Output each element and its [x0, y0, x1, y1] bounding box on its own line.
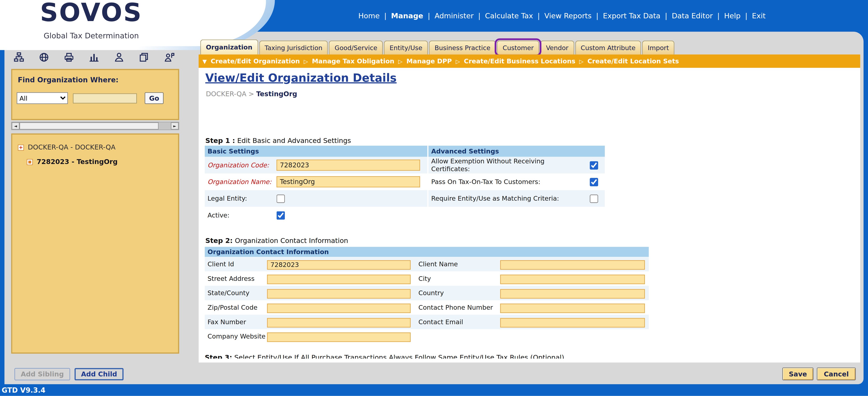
contact-phone-label: Contact Phone Number: [418, 304, 500, 311]
contact-row-zip-postal: Zip/Postal Code Contact Phone Number: [205, 300, 649, 315]
find-text-input[interactable]: [73, 93, 137, 103]
active-checkbox[interactable]: [277, 211, 285, 219]
add-sibling-button[interactable]: Add Sibling: [14, 368, 70, 380]
nav-view-reports[interactable]: View Reports: [545, 11, 592, 20]
tree-item-label[interactable]: DOCKER-QA - DOCKER-QA: [28, 143, 116, 151]
app-window: Home | Manage | Administer | Calculate T…: [0, 0, 868, 396]
add-child-button[interactable]: Add Child: [74, 368, 123, 380]
find-organization-label: Find Organization Where:: [18, 75, 119, 84]
printer-icon[interactable]: [62, 51, 75, 64]
nav-manage[interactable]: Manage: [391, 11, 423, 20]
advanced-settings-column: Advanced Settings Allow Exemption Withou…: [429, 146, 605, 224]
cancel-button[interactable]: Cancel: [817, 368, 856, 381]
nav-separator: |: [745, 11, 747, 20]
client-name-label: Client Name: [418, 260, 500, 268]
contact-row-fax: Fax Number Contact Email: [205, 315, 649, 329]
tab-vendor[interactable]: Vendor: [540, 41, 574, 55]
country-input[interactable]: [500, 289, 645, 299]
advanced-row-require-entity-use: Require Entity/Use as Matching Criteria:: [429, 190, 605, 207]
organization-name-input[interactable]: [277, 176, 420, 187]
pass-on-tax-label: Pass On Tax-On-Tax To Customers:: [429, 178, 583, 186]
fax-number-label: Fax Number: [205, 318, 267, 326]
sidebar-horizontal-scrollbar[interactable]: ◄ ►: [11, 122, 179, 130]
tab-customer-label: Customer: [503, 44, 534, 52]
nav-help[interactable]: Help: [724, 11, 741, 20]
triangle-right-icon: [579, 57, 584, 65]
expand-plus-icon[interactable]: +: [18, 144, 24, 150]
tab-taxing-jurisdiction[interactable]: Taxing Jurisdiction: [259, 41, 328, 55]
nav-calculate-tax[interactable]: Calculate Tax: [485, 11, 533, 20]
allow-exemption-checkbox[interactable]: [589, 161, 598, 169]
top-nav: Home | Manage | Administer | Calculate T…: [261, 0, 862, 32]
contact-email-input[interactable]: [500, 318, 645, 327]
tab-business-practice[interactable]: Business Practice: [429, 41, 496, 55]
nav-separator: |: [384, 11, 386, 20]
city-input[interactable]: [500, 274, 645, 284]
tree-item-docker-qa[interactable]: + DOCKER-QA - DOCKER-QA: [18, 143, 116, 151]
globe-icon[interactable]: [37, 51, 51, 64]
scroll-right-arrow-icon[interactable]: ►: [171, 122, 179, 129]
subnav-create-edit-business-locations[interactable]: Create/Edit Business Locations: [464, 57, 576, 65]
tab-organization[interactable]: Organization: [200, 40, 258, 55]
copy-icon[interactable]: [137, 51, 151, 64]
client-id-input[interactable]: [267, 260, 411, 269]
tab-import[interactable]: Import: [642, 41, 675, 55]
org-node-icon[interactable]: [27, 159, 33, 165]
tab-entity-use[interactable]: Entity/Use: [384, 41, 428, 55]
zip-postal-code-input[interactable]: [267, 303, 411, 313]
basic-row-legal-entity: Legal Entity:: [205, 190, 427, 207]
step2-heading: Step 2: Organization Contact Information: [206, 237, 348, 244]
content-panel: View/Edit Organization Details DOCKER-QA…: [199, 68, 860, 363]
user-icon[interactable]: [112, 51, 126, 64]
state-county-label: State/County: [205, 289, 267, 297]
step2-text: Organization Contact Information: [235, 237, 348, 244]
find-field-select[interactable]: All: [17, 92, 68, 104]
tree-item-label[interactable]: 7282023 - TestingOrg: [37, 158, 118, 166]
tab-good-service[interactable]: Good/Service: [329, 41, 383, 55]
step3-label: Step 3:: [205, 354, 232, 359]
sidebar-toolbar: [12, 50, 176, 65]
step3-text: Select Entity/Use If All Purchase Transa…: [232, 354, 564, 359]
nav-exit[interactable]: Exit: [752, 11, 766, 20]
save-button[interactable]: Save: [782, 368, 813, 381]
company-website-input[interactable]: [267, 332, 411, 342]
nav-export-tax-data[interactable]: Export Tax Data: [603, 11, 660, 20]
settings-table: Basic Settings Organization Code: Organi…: [205, 146, 605, 224]
triangle-right-icon: [456, 57, 460, 65]
nav-separator: |: [665, 11, 668, 20]
contact-row-company-website: Company Website: [205, 329, 649, 343]
triangle-right-icon: [304, 57, 308, 65]
fax-number-input[interactable]: [267, 318, 411, 327]
scroll-left-arrow-icon[interactable]: ◄: [11, 122, 20, 129]
legal-entity-checkbox[interactable]: [277, 194, 285, 203]
organization-code-label: Organization Code:: [205, 161, 277, 169]
contact-phone-input[interactable]: [500, 303, 645, 313]
find-organization-controls: All Go: [17, 92, 174, 104]
nav-data-editor[interactable]: Data Editor: [672, 11, 713, 20]
bar-chart-icon[interactable]: [87, 51, 101, 64]
contact-info-table: Client Id Client Name Street Address Cit…: [205, 257, 649, 343]
contact-info-section-header: Organization Contact Information: [205, 247, 649, 257]
nav-home[interactable]: Home: [359, 11, 380, 20]
pass-on-tax-checkbox[interactable]: [589, 178, 598, 186]
scrollbar-thumb[interactable]: [20, 122, 158, 129]
state-county-input[interactable]: [267, 289, 411, 299]
tab-customer[interactable]: Customer: [497, 41, 539, 55]
require-entity-use-checkbox[interactable]: [589, 194, 598, 203]
subnav-manage-dpp[interactable]: Manage DPP: [406, 57, 452, 65]
go-button[interactable]: Go: [145, 92, 164, 104]
org-chart-icon[interactable]: [12, 51, 26, 64]
subnav-manage-tax-obligation[interactable]: Manage Tax Obligation: [312, 57, 394, 65]
tab-custom-attribute[interactable]: Custom Attribute: [575, 41, 641, 55]
street-address-input[interactable]: [267, 274, 411, 284]
organization-code-input[interactable]: [277, 160, 420, 171]
version-label: GTD V9.3.4: [2, 386, 45, 394]
nav-separator: |: [596, 11, 598, 20]
client-name-input[interactable]: [500, 260, 645, 269]
tree-item-testingorg[interactable]: 7282023 - TestingOrg: [27, 158, 118, 166]
user-flag-icon[interactable]: [162, 51, 176, 64]
nav-administer[interactable]: Administer: [435, 11, 474, 20]
nav-separator: |: [537, 11, 540, 20]
subnav-create-edit-location-sets[interactable]: Create/Edit Location Sets: [587, 57, 679, 65]
subnav-create-edit-organization[interactable]: Create/Edit Organization: [211, 57, 300, 65]
